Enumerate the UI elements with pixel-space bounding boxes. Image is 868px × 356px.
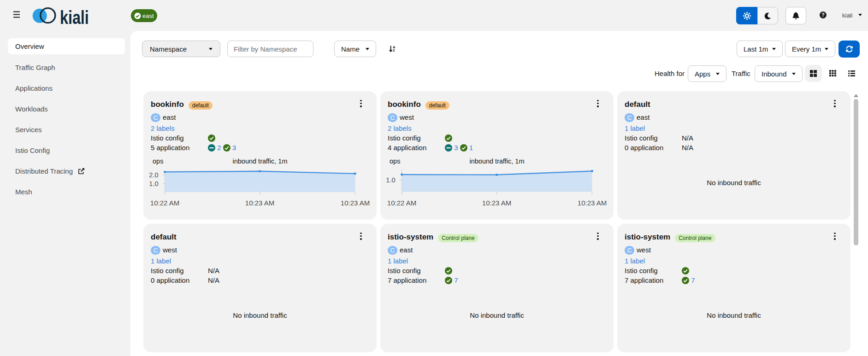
svg-text:10:22 AM: 10:22 AM [150, 199, 179, 207]
svg-text:ops: ops [390, 158, 400, 165]
svg-text:inbound traffic, 1m: inbound traffic, 1m [232, 158, 287, 165]
svg-text:ops: ops [153, 158, 163, 165]
svg-text:10:23 AM: 10:23 AM [245, 199, 274, 207]
svg-text:10:23 AM: 10:23 AM [341, 199, 370, 207]
svg-text:10:23 AM: 10:23 AM [578, 199, 607, 207]
svg-text:10:23 AM: 10:23 AM [482, 199, 511, 207]
svg-text:inbound traffic, 1m: inbound traffic, 1m [469, 158, 524, 165]
svg-text:?: ? [821, 12, 825, 18]
svg-text:kiali: kiali [60, 8, 89, 25]
svg-text:10:22 AM: 10:22 AM [387, 199, 416, 207]
svg-text:1.0: 1.0 [386, 176, 395, 184]
svg-text:2.0: 2.0 [149, 171, 158, 179]
svg-text:1.0: 1.0 [149, 180, 158, 187]
svg-text:Z: Z [393, 48, 395, 52]
